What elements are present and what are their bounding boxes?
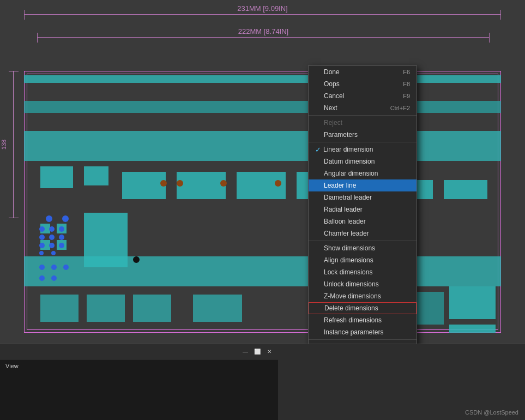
menu-item-radial-leader[interactable]: Radial leader <box>309 203 417 215</box>
comp-9 <box>444 180 487 199</box>
item-text-show-dimensions: Show dimensions <box>324 244 375 252</box>
main-strip <box>24 131 501 161</box>
item-text-unlock-dimensions: Unlock dimensions <box>324 280 379 288</box>
menu-item-label-refresh-dimensions: Refresh dimensions <box>315 316 382 324</box>
menu-item-align-dimensions[interactable]: Align dimensions <box>309 254 417 266</box>
inner-dim-text: 222MM [8.74IN] <box>238 27 289 35</box>
menu-item-diametral-leader[interactable]: Diametral leader <box>309 191 417 203</box>
menu-item-reject: Reject <box>309 117 417 129</box>
menu-item-oops[interactable]: OopsF8 <box>309 78 417 90</box>
menu-item-done[interactable]: DoneF6 <box>309 66 417 78</box>
menu-item-next[interactable]: NextCtrl+F2 <box>309 102 417 114</box>
menu-item-angular-dimension[interactable]: Angular dimension <box>309 167 417 179</box>
dot-13 <box>62 215 69 222</box>
shortcut-oops: F8 <box>403 81 410 87</box>
dot-17 <box>39 275 45 281</box>
top-strip <box>24 75 501 83</box>
menu-separator <box>309 241 417 241</box>
inner-dimension: 222MM [8.74IN] <box>37 33 490 34</box>
dot-brown-1 <box>160 180 167 187</box>
dot-7 <box>39 243 45 248</box>
menu-item-balloon-leader[interactable]: Balloon leader <box>309 215 417 227</box>
dot-16 <box>63 265 69 270</box>
comp-right-1 <box>449 286 496 319</box>
item-text-align-dimensions: Align dimensions <box>324 256 373 264</box>
view-tab[interactable]: View <box>2 362 22 370</box>
bot-comp-1 <box>40 295 79 322</box>
minimize-button[interactable]: — <box>241 347 250 356</box>
menu-item-parameters[interactable]: Parameters <box>309 129 417 141</box>
menu-item-label-parameters: Parameters <box>315 131 358 139</box>
pcb-components <box>24 71 501 333</box>
menu-item-label-linear-dimension: ✓Linear dimension <box>315 146 373 154</box>
menu-item-label-delete-dimensions: Delete dimensions <box>316 304 378 312</box>
menu-item-move-text[interactable]: Move text <box>309 341 417 344</box>
menu-item-label-zmove-dimensions: Z-Move dimensions <box>315 292 381 300</box>
item-text-oops: Oops <box>324 80 340 88</box>
dot-9 <box>59 243 64 248</box>
item-text-done: Done <box>324 68 340 76</box>
menu-item-zmove-dimensions[interactable]: Z-Move dimensions <box>309 290 417 302</box>
dot-10 <box>39 251 44 255</box>
menu-item-label-next: Next <box>315 104 337 112</box>
menu-separator <box>309 115 417 116</box>
canvas-area: 231MM [9.09IN] 222MM [8.74IN] 138 <box>0 0 525 344</box>
bottom-left-panel: — ⬜ ✕ View <box>0 344 278 420</box>
item-text-parameters: Parameters <box>324 131 358 139</box>
bot-comp-4 <box>193 295 242 322</box>
menu-item-label-leader-line: Leader line <box>315 182 356 189</box>
menu-item-label-align-dimensions: Align dimensions <box>315 256 373 264</box>
bottom-panel: — ⬜ ✕ View CSDN @LostSpeed <box>0 344 525 420</box>
menu-item-leader-line[interactable]: Leader line <box>309 179 417 191</box>
menu-item-label-cancel: Cancel <box>315 92 344 100</box>
menu-item-label-unlock-dimensions: Unlock dimensions <box>315 280 379 288</box>
dot-18 <box>51 275 57 281</box>
menu-item-label-instance-parameters: Instance parameters <box>315 328 383 336</box>
item-text-cancel: Cancel <box>324 92 344 100</box>
dot-5 <box>49 235 55 240</box>
seven-seg <box>417 292 444 325</box>
menu-item-label-show-dimensions: Show dimensions <box>315 244 375 252</box>
menu-item-label-reject: Reject <box>315 119 342 127</box>
menu-item-cancel[interactable]: CancelF9 <box>309 90 417 102</box>
item-text-linear-dimension: Linear dimension <box>323 146 373 153</box>
close-button[interactable]: ✕ <box>265 347 274 356</box>
bottom-right-panel: CSDN @LostSpeed <box>278 344 525 420</box>
menu-item-label-datum-dimension: Datum dimension <box>315 158 375 165</box>
left-dim-text: 138 <box>1 140 7 149</box>
dot-12 <box>46 215 52 222</box>
comp-left-big <box>84 213 128 267</box>
menu-item-label-lock-dimensions: Lock dimensions <box>315 268 372 276</box>
dot-4 <box>39 235 45 240</box>
check-icon-linear-dimension: ✓ <box>315 146 321 154</box>
dot-11 <box>51 251 56 255</box>
window-titlebar: — ⬜ ✕ <box>0 344 278 359</box>
item-text-delete-dimensions: Delete dimensions <box>324 304 378 312</box>
menu-item-label-chamfer-leader: Chamfer leader <box>315 230 369 237</box>
item-text-next: Next <box>324 104 337 112</box>
menu-item-unlock-dimensions[interactable]: Unlock dimensions <box>309 278 417 290</box>
item-text-lock-dimensions: Lock dimensions <box>324 268 372 276</box>
menu-item-linear-dimension[interactable]: ✓Linear dimension <box>309 143 417 155</box>
dot-6 <box>59 235 64 240</box>
menu-item-datum-dimension[interactable]: Datum dimension <box>309 155 417 167</box>
menu-item-instance-parameters[interactable]: Instance parameters <box>309 326 417 338</box>
menu-item-show-dimensions[interactable]: Show dimensions <box>309 242 417 254</box>
menu-item-label-diametral-leader: Diametral leader <box>315 194 372 201</box>
item-text-diametral-leader: Diametral leader <box>324 194 372 201</box>
restore-button[interactable]: ⬜ <box>253 347 262 356</box>
menu-item-lock-dimensions[interactable]: Lock dimensions <box>309 266 417 278</box>
comp-right-2 <box>449 325 496 333</box>
menu-item-label-oops: Oops <box>315 80 340 88</box>
bot-comp-2 <box>87 295 125 322</box>
dot-2 <box>49 226 55 232</box>
item-text-refresh-dimensions: Refresh dimensions <box>324 316 382 324</box>
outer-dimension: 231MM [9.09IN] <box>24 10 501 11</box>
menu-item-refresh-dimensions[interactable]: Refresh dimensions <box>309 314 417 326</box>
item-text-balloon-leader: Balloon leader <box>324 218 366 225</box>
dot-brown-3 <box>220 180 227 187</box>
item-text-chamfer-leader: Chamfer leader <box>324 230 369 237</box>
dot-brown-2 <box>177 180 183 187</box>
menu-item-chamfer-leader[interactable]: Chamfer leader <box>309 227 417 239</box>
menu-item-delete-dimensions[interactable]: Delete dimensions <box>309 302 417 314</box>
